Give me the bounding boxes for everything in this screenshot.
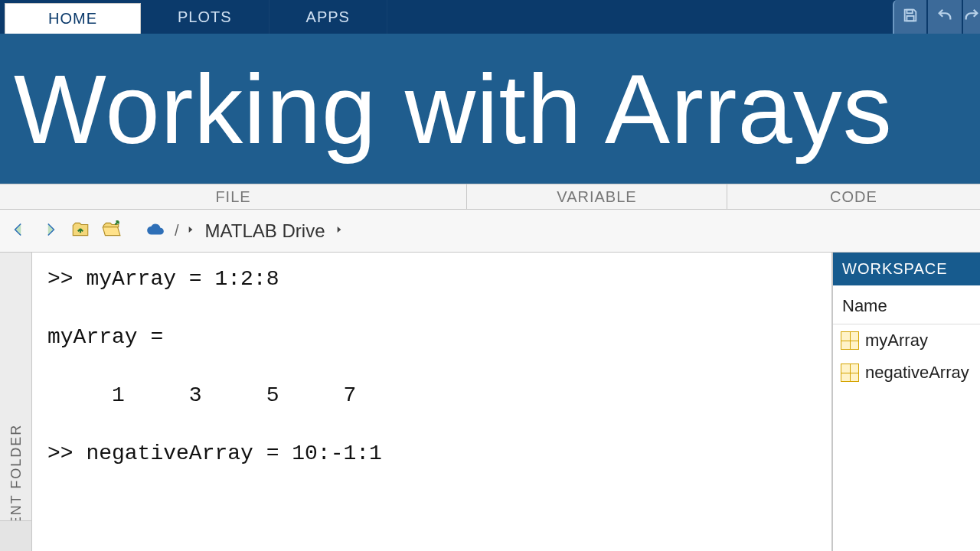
undo-button[interactable]: [928, 0, 962, 34]
arrow-left-icon: [9, 220, 29, 243]
chevron-right-icon[interactable]: [185, 224, 196, 238]
toolstrip-tabs: HOME PLOTS APPS: [0, 0, 980, 34]
tab-home[interactable]: HOME: [5, 3, 141, 34]
result-header: myArray =: [47, 321, 816, 354]
nav-forward-button[interactable]: [37, 218, 63, 244]
folder-up-icon: [70, 220, 90, 243]
tab-apps[interactable]: APPS: [270, 0, 387, 34]
folder-open-button[interactable]: [98, 218, 124, 244]
current-folder-panel[interactable]: CURRENT FOLDER: [0, 253, 32, 551]
variable-icon: [841, 331, 859, 350]
page-title: Working with Arrays: [14, 53, 893, 165]
save-button[interactable]: [893, 0, 926, 34]
workspace-panel: WORKSPACE Name myArray negativeArray: [833, 253, 980, 551]
ribbon-section-variable: VARIABLE: [467, 184, 727, 209]
arrow-right-icon: [40, 220, 60, 243]
breadcrumb-slash: /: [173, 222, 181, 240]
page-title-banner: Working with Arrays: [0, 34, 980, 184]
cloud-root-button[interactable]: [142, 218, 168, 244]
command-line: >> negativeArray = 10:-1:1: [47, 438, 816, 470]
svg-rect-0: [906, 10, 912, 14]
nav-back-button[interactable]: [6, 218, 32, 244]
save-icon: [902, 7, 919, 27]
variable-name: myArray: [865, 331, 928, 350]
result-values: 1 3 5 7: [47, 380, 816, 412]
command-line: >> myArray = 1:2:8: [47, 263, 816, 295]
ribbon-section-file: FILE: [0, 184, 467, 209]
folder-open-icon: [101, 220, 121, 243]
chevron-right-icon[interactable]: [334, 224, 345, 238]
workspace-variable[interactable]: myArray: [833, 324, 980, 357]
left-panel-stub: [0, 520, 31, 551]
command-window[interactable]: >> myArray = 1:2:8 myArray = 1 3 5 7 >> …: [32, 253, 833, 551]
workspace-column-name[interactable]: Name: [833, 285, 980, 324]
svg-rect-1: [906, 16, 913, 21]
tabbar-spacer: [387, 0, 888, 34]
variable-name: negativeArray: [865, 363, 969, 383]
address-bar: / MATLAB Drive: [0, 210, 980, 253]
folder-up-button[interactable]: [67, 218, 93, 244]
breadcrumb-item[interactable]: MATLAB Drive: [201, 220, 330, 242]
main-body: CURRENT FOLDER >> myArray = 1:2:8 myArra…: [0, 253, 980, 551]
undo-icon: [936, 7, 953, 27]
ribbon-section-code: CODE: [727, 184, 980, 209]
redo-icon: [963, 7, 980, 27]
tab-plots[interactable]: PLOTS: [141, 0, 270, 34]
cloud-icon: [145, 220, 165, 243]
ribbon-sections: FILE VARIABLE CODE: [0, 184, 980, 210]
workspace-header: WORKSPACE: [833, 253, 980, 285]
variable-icon: [841, 364, 859, 382]
redo-button[interactable]: [963, 0, 980, 34]
workspace-variable[interactable]: negativeArray: [833, 357, 980, 389]
